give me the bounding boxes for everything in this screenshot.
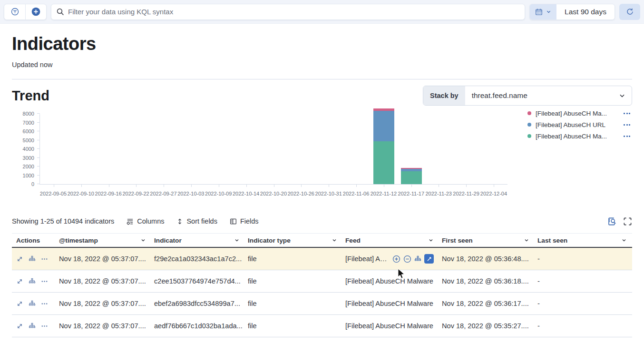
saved-queries-button[interactable] <box>4 4 25 20</box>
cell-feed: [Filebeat] Abus... <box>341 254 438 264</box>
x-axis-tick-label: 2022-11-06 <box>342 191 370 196</box>
stack-by-value[interactable]: threat.feed.name <box>465 86 619 105</box>
trend-bar[interactable] <box>373 108 394 184</box>
x-axis-tick-label: 2022-09-27 <box>150 191 177 196</box>
cell-actions-icon[interactable] <box>424 254 434 264</box>
fields-button-label: Fields <box>240 217 259 225</box>
trend-heading: Trend <box>12 88 49 104</box>
expand-icon[interactable] <box>16 255 23 263</box>
legend-item[interactable]: [Filebeat] AbuseCH Ma... <box>527 130 632 142</box>
x-axis-tick-label: 2022-11-12 <box>370 191 398 196</box>
add-to-timeline-icon[interactable] <box>414 255 421 263</box>
legend-menu-icon[interactable] <box>622 134 632 139</box>
column-menu-chevron-icon[interactable] <box>428 237 434 243</box>
saved-queries-icon <box>11 8 19 16</box>
more-actions-icon[interactable] <box>41 323 48 330</box>
column-menu-chevron-icon[interactable] <box>140 237 146 243</box>
cell-indicator-type: file <box>244 255 341 263</box>
legend-label: [Filebeat] AbuseCH Ma... <box>536 110 607 117</box>
y-axis-tick-label: 7000 <box>15 120 34 126</box>
y-axis-tick-label: 5000 <box>15 137 34 143</box>
legend-menu-icon[interactable] <box>622 111 632 116</box>
column-menu-chevron-icon[interactable] <box>234 237 240 243</box>
more-actions-icon[interactable] <box>41 278 48 285</box>
expand-icon[interactable] <box>16 323 23 330</box>
row-actions <box>12 300 55 307</box>
header-indicator-type[interactable]: Indicator type <box>244 234 341 247</box>
header-first-seen[interactable]: First seen <box>438 234 533 247</box>
expand-icon[interactable] <box>16 300 23 307</box>
y-axis-tick-label: 6000 <box>15 128 34 134</box>
fullscreen-button[interactable] <box>623 217 632 226</box>
kql-filter-input[interactable] <box>68 8 520 16</box>
legend-item[interactable]: [Filebeat] AbuseCH URL <box>527 119 632 130</box>
x-axis-tick-label: 2022-10-26 <box>287 191 315 196</box>
section-divider <box>12 79 632 79</box>
page-title: Indicators <box>12 34 632 54</box>
cell-indicator: ebef2a6983dfcc534899a7... <box>150 300 244 307</box>
investigate-in-timeline-icon[interactable] <box>29 278 36 285</box>
cell-indicator-type: file <box>244 322 341 330</box>
legend-item[interactable]: [Filebeat] AbuseCH Ma... <box>527 108 632 119</box>
stack-by-label: Stack by <box>423 86 465 105</box>
chart-legend: [Filebeat] AbuseCH Ma... [Filebeat] Abus… <box>527 108 632 142</box>
investigate-in-timeline-icon[interactable] <box>29 323 36 330</box>
trend-plot: 010002000300040005000600070008000 <box>39 114 507 185</box>
calendar-icon <box>535 8 543 16</box>
y-axis-tick-label: 4000 <box>15 146 34 152</box>
table-row[interactable]: Nov 18, 2022 @ 05:37:07.... ebef2a6983df… <box>12 293 632 315</box>
columns-button[interactable]: Columns <box>127 217 164 225</box>
table-toolbar: Showing 1-25 of 10494 indicators Columns… <box>12 214 632 228</box>
cell-indicator: c2ee15037764974e757d4... <box>150 277 244 285</box>
y-axis-tick-label: 0 <box>15 181 34 187</box>
cell-timestamp: Nov 18, 2022 @ 05:37:07.... <box>55 255 150 263</box>
expand-icon[interactable] <box>16 278 23 285</box>
filter-in-icon[interactable] <box>392 255 400 263</box>
header-timestamp[interactable]: @timestamp <box>55 234 150 247</box>
header-feed[interactable]: Feed <box>341 234 438 247</box>
inspect-button[interactable] <box>607 217 616 226</box>
column-menu-chevron-icon[interactable] <box>332 237 337 243</box>
cell-indicator-type: file <box>244 300 341 307</box>
cell-timestamp: Nov 18, 2022 @ 05:37:07.... <box>55 277 150 285</box>
y-axis-tick-label: 1000 <box>15 173 34 178</box>
add-filter-icon <box>31 7 40 16</box>
legend-dot <box>527 134 531 138</box>
investigate-in-timeline-icon[interactable] <box>29 255 36 263</box>
more-actions-icon[interactable] <box>41 300 48 307</box>
sort-fields-button[interactable]: Sort fields <box>176 217 217 225</box>
column-menu-chevron-icon[interactable] <box>621 237 627 243</box>
cell-first-seen: Nov 18, 2022 @ 05:36:17.... <box>438 300 533 307</box>
add-filter-button[interactable] <box>25 4 46 20</box>
investigate-in-timeline-icon[interactable] <box>29 300 36 307</box>
refresh-button[interactable] <box>619 4 640 20</box>
fields-button[interactable]: Fields <box>230 217 259 225</box>
date-quick-select-button[interactable] <box>530 4 556 20</box>
cell-timestamp: Nov 18, 2022 @ 05:37:07.... <box>55 300 150 307</box>
row-actions <box>12 278 55 285</box>
column-menu-chevron-icon[interactable] <box>524 237 529 243</box>
filter-out-icon[interactable] <box>403 255 411 263</box>
cell-first-seen: Nov 18, 2022 @ 05:36:18.... <box>438 277 533 285</box>
x-axis-tick-label: 2022-11-23 <box>425 191 452 196</box>
table-row[interactable]: Nov 18, 2022 @ 05:37:07.... aedf76b667c1… <box>12 315 632 337</box>
date-range-button[interactable]: Last 90 days <box>556 4 615 20</box>
chevron-down-icon <box>546 9 551 14</box>
trend-bar[interactable] <box>401 168 422 184</box>
cell-first-seen: Nov 18, 2022 @ 05:35:27.... <box>438 322 533 330</box>
table-row[interactable]: Nov 18, 2022 @ 05:37:07.... f29e2ca1a032… <box>12 248 632 270</box>
cell-feed: [Filebeat] AbuseCH Malware <box>341 322 438 330</box>
cell-last-seen: - <box>533 277 631 285</box>
table-row[interactable]: Nov 18, 2022 @ 05:37:07.... c2ee15037764… <box>12 270 632 293</box>
legend-menu-icon[interactable] <box>622 122 632 127</box>
fullscreen-icon <box>623 217 632 226</box>
header-indicator[interactable]: Indicator <box>150 234 244 247</box>
stack-by-select[interactable]: Stack by threat.feed.name <box>423 86 632 106</box>
legend-label: [Filebeat] AbuseCH Ma... <box>536 133 607 140</box>
header-last-seen[interactable]: Last seen <box>533 234 631 247</box>
indicators-page: Indicators Updated now Trend Stack by th… <box>0 34 644 337</box>
x-axis-tick-label: 2022-10-03 <box>177 191 205 196</box>
more-actions-icon[interactable] <box>41 255 48 263</box>
y-axis-tick-label: 8000 <box>15 111 34 117</box>
refresh-icon <box>626 8 634 16</box>
